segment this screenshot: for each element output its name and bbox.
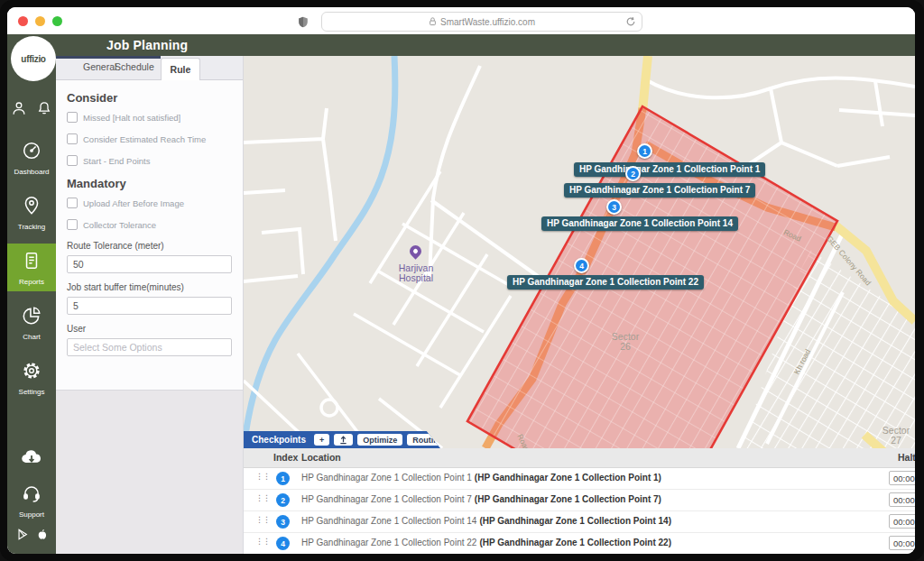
halt-time-input[interactable] [889,536,915,550]
notifications-bell-icon[interactable] [35,99,53,121]
sidebar-item-label: Reports [19,278,44,286]
user-select-input[interactable] [67,338,232,356]
pie-chart-icon [21,305,42,330]
map-marker-4[interactable]: 4 [574,258,589,273]
drag-handle-icon[interactable]: ⋮⋮ [255,537,270,546]
map-marker-1[interactable]: 1 [637,143,652,159]
sidebar-item-support[interactable]: Support [7,476,56,524]
map-marker-3[interactable]: 3 [606,199,622,215]
sidebar-item-reports[interactable]: Reports [7,244,56,291]
checkbox-estimated-reach[interactable]: Consider Estimated Reach Time [67,133,232,144]
apple-icon[interactable] [35,528,48,545]
upload-checkpoints-button[interactable] [334,434,353,446]
job-planning-panel: General Schedule Rule Consider Missed [H… [56,56,244,391]
address-bar[interactable]: SmartWaste.uffizio.com [321,12,642,32]
checkbox-box[interactable] [67,198,78,208]
halt-time-input[interactable] [889,514,915,529]
table-header: Index Location Halt [244,448,915,468]
gear-icon [21,360,42,385]
collection-point-badge-3[interactable]: HP Gandhinagar Zone 1 Collection Point 1… [541,216,738,231]
table-row[interactable]: ⋮⋮ 3 HP Gandhinagar Zone 1 Collection Po… [244,511,915,533]
page-title: Job Planning [106,38,188,52]
user-icon[interactable] [10,99,28,121]
checkbox-box[interactable] [67,133,78,144]
sector-27-label: Sector27 [875,426,915,446]
reload-icon[interactable] [625,16,636,29]
optimize-button[interactable]: Optimize [357,434,402,446]
buffer-time-label: Job start buffer time(minutes) [67,282,232,292]
privacy-shield-icon[interactable] [298,15,309,32]
checkpoints-title: Checkpoints [252,435,306,445]
sidebar-item-label: Dashboard [14,168,49,176]
checkbox-upload-image[interactable]: Upload After Before Image [67,198,232,208]
checkbox-box[interactable] [67,112,78,123]
collection-point-badge-4[interactable]: HP Gandhinagar Zone 1 Collection Point 2… [507,275,704,290]
map-marker-2[interactable]: 2 [625,166,641,181]
cloud-download-button[interactable] [7,441,56,476]
sidebar-item-dashboard[interactable]: Dashboard [7,133,56,181]
tab-rule[interactable]: Rule [161,58,200,80]
sidebar-item-label: Tracking [18,223,45,231]
table-row[interactable]: ⋮⋮ 2 HP Gandhinagar Zone 1 Collection Po… [244,490,915,511]
tabbar-accent [56,56,161,59]
add-checkpoint-button[interactable]: + [314,434,329,446]
sidebar-item-tracking[interactable]: Tracking [7,189,56,236]
sidebar-item-label: Settings [19,388,45,396]
route-tolerance-label: Route Tolerance (meter) [67,241,232,251]
route-tolerance-input[interactable] [67,255,232,273]
dashboard-speedometer-icon [21,140,42,165]
table-row[interactable]: ⋮⋮ 4 HP Gandhinagar Zone 1 Collection Po… [244,533,915,554]
sidebar-item-settings[interactable]: Settings [7,354,56,401]
mandatory-heading: Mandatory [67,177,232,190]
panel-background [56,391,244,554]
sidebar-nav: Dashboard Tracking Reports Chart Setting… [7,56,56,554]
minimize-window-button[interactable] [35,16,45,26]
map-canvas[interactable]: HarjivanHospital Sector26 Sector27 Road … [244,56,915,448]
sidebar-item-label: Chart [23,333,41,341]
drag-handle-icon[interactable]: ⋮⋮ [255,493,270,502]
page-header: Job Planning [7,34,915,56]
index-badge: 4 [276,537,290,550]
app-window-frame: SmartWaste.uffizio.com Job Planning uffi… [0,0,924,561]
uffizio-logo: uffizio [11,36,56,81]
halt-time-input[interactable] [889,471,915,485]
halt-time-input[interactable] [889,492,915,507]
user-label: User [67,324,232,334]
drag-handle-icon[interactable]: ⋮⋮ [255,472,270,481]
browser-window: SmartWaste.uffizio.com Job Planning uffi… [7,7,915,554]
drag-handle-icon[interactable]: ⋮⋮ [255,515,270,524]
headset-icon [21,483,42,508]
location-cell: HP Gandhinagar Zone 1 Collection Point 1… [301,516,671,526]
reports-document-icon [21,250,42,275]
index-badge: 3 [276,515,290,529]
google-play-icon[interactable] [16,528,29,545]
column-location: Location [301,452,341,463]
buffer-time-input[interactable] [67,297,232,315]
column-halt: Halt [898,452,915,463]
close-window-button[interactable] [18,16,28,26]
location-cell: HP Gandhinagar Zone 1 Collection Point 1… [301,473,661,483]
collection-point-badge-1[interactable]: HP Gandhinagar Zone 1 Collection Point 1 [574,162,765,177]
checkbox-box[interactable] [67,155,78,166]
table-row[interactable]: ⋮⋮ 1 HP Gandhinagar Zone 1 Collection Po… [244,468,915,490]
tab-schedule[interactable]: Schedule [115,61,154,72]
index-badge: 1 [276,472,290,485]
tab-general[interactable]: General [83,61,116,72]
checkpoints-banner: Checkpoints + Optimize Routing [244,431,440,448]
url-text: SmartWaste.uffizio.com [440,17,535,27]
sidebar-item-chart[interactable]: Chart [7,299,56,346]
location-cell: HP Gandhinagar Zone 1 Collection Point 7… [301,494,661,504]
consider-heading: Consider [67,91,232,105]
cloud-download-icon [19,447,44,471]
tracking-pin-icon [21,195,42,220]
checkbox-missed[interactable]: Missed [Halt not satisfied] [67,112,232,123]
collection-point-badge-2[interactable]: HP Gandhinagar Zone 1 Collection Point 7 [564,183,755,198]
maximize-window-button[interactable] [52,16,62,26]
browser-toolbar: SmartWaste.uffizio.com [7,7,915,35]
panel-tabbar: General Schedule Rule [56,56,243,80]
hospital-label: HarjivanHospital [384,263,448,283]
checkbox-box[interactable] [67,219,78,230]
checkbox-collector-tolerance[interactable]: Collector Tolerance [67,219,232,230]
checkbox-start-end[interactable]: Start - End Points [67,155,232,166]
location-cell: HP Gandhinagar Zone 1 Collection Point 2… [301,538,671,547]
